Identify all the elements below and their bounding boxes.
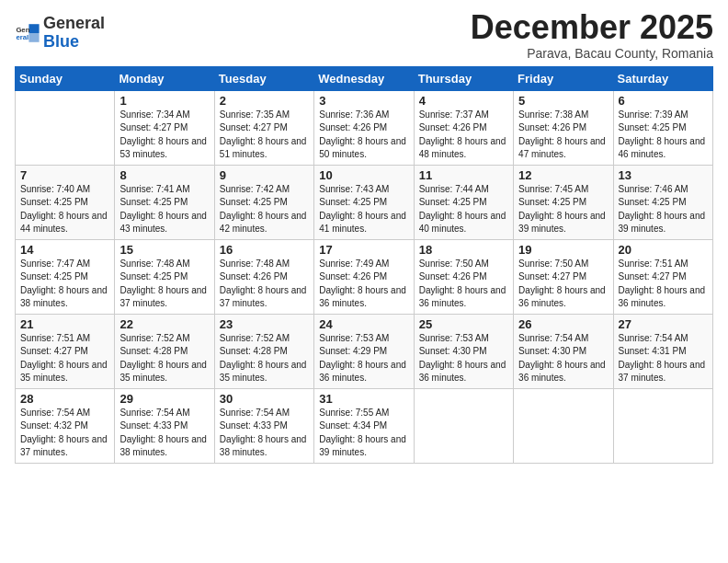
calendar-cell: 25Sunrise: 7:53 AMSunset: 4:30 PMDayligh… bbox=[414, 314, 513, 388]
day-number: 8 bbox=[119, 168, 209, 182]
logo-icon: Gen eral bbox=[15, 20, 40, 46]
weekday-header-sunday: Sunday bbox=[16, 66, 115, 90]
day-detail: Sunrise: 7:46 AMSunset: 4:25 PMDaylight:… bbox=[619, 183, 708, 236]
day-number: 2 bbox=[220, 94, 309, 108]
day-detail: Sunrise: 7:48 AMSunset: 4:25 PMDaylight:… bbox=[119, 258, 209, 311]
day-number: 7 bbox=[20, 168, 109, 182]
day-number: 14 bbox=[20, 243, 109, 257]
calendar-cell: 17Sunrise: 7:49 AMSunset: 4:26 PMDayligh… bbox=[314, 239, 414, 314]
calendar-cell: 28Sunrise: 7:54 AMSunset: 4:32 PMDayligh… bbox=[16, 388, 115, 463]
weekday-header-monday: Monday bbox=[115, 66, 214, 90]
calendar-cell: 2Sunrise: 7:35 AMSunset: 4:27 PMDaylight… bbox=[214, 90, 313, 165]
day-number: 4 bbox=[419, 94, 508, 108]
calendar-cell: 29Sunrise: 7:54 AMSunset: 4:33 PMDayligh… bbox=[115, 388, 214, 463]
calendar-cell bbox=[16, 90, 115, 165]
day-detail: Sunrise: 7:51 AMSunset: 4:27 PMDaylight:… bbox=[20, 332, 109, 385]
calendar-cell: 8Sunrise: 7:41 AMSunset: 4:25 PMDaylight… bbox=[115, 165, 214, 239]
day-detail: Sunrise: 7:43 AMSunset: 4:25 PMDaylight:… bbox=[319, 183, 408, 236]
svg-text:Gen: Gen bbox=[16, 25, 29, 33]
day-number: 26 bbox=[518, 317, 608, 331]
calendar-cell: 26Sunrise: 7:54 AMSunset: 4:30 PMDayligh… bbox=[514, 314, 613, 388]
day-detail: Sunrise: 7:51 AMSunset: 4:27 PMDaylight:… bbox=[619, 258, 708, 311]
weekday-header-row: SundayMondayTuesdayWednesdayThursdayFrid… bbox=[16, 66, 713, 90]
day-number: 30 bbox=[220, 392, 309, 406]
calendar-cell: 30Sunrise: 7:54 AMSunset: 4:33 PMDayligh… bbox=[214, 388, 313, 463]
day-detail: Sunrise: 7:53 AMSunset: 4:29 PMDaylight:… bbox=[319, 332, 408, 385]
day-detail: Sunrise: 7:54 AMSunset: 4:33 PMDaylight:… bbox=[119, 407, 209, 460]
calendar-cell: 10Sunrise: 7:43 AMSunset: 4:25 PMDayligh… bbox=[314, 165, 414, 239]
location-subtitle: Parava, Bacau County, Romania bbox=[471, 46, 713, 61]
day-detail: Sunrise: 7:52 AMSunset: 4:28 PMDaylight:… bbox=[119, 332, 209, 385]
day-number: 20 bbox=[619, 243, 708, 257]
day-detail: Sunrise: 7:42 AMSunset: 4:25 PMDaylight:… bbox=[220, 183, 309, 236]
calendar-cell: 18Sunrise: 7:50 AMSunset: 4:26 PMDayligh… bbox=[414, 239, 513, 314]
weekday-header-tuesday: Tuesday bbox=[214, 66, 313, 90]
calendar-cell: 20Sunrise: 7:51 AMSunset: 4:27 PMDayligh… bbox=[613, 239, 712, 314]
calendar-cell: 19Sunrise: 7:50 AMSunset: 4:27 PMDayligh… bbox=[514, 239, 613, 314]
calendar-cell: 27Sunrise: 7:54 AMSunset: 4:31 PMDayligh… bbox=[613, 314, 712, 388]
calendar-week-2: 7Sunrise: 7:40 AMSunset: 4:25 PMDaylight… bbox=[16, 165, 713, 239]
day-number: 5 bbox=[518, 94, 608, 108]
day-number: 24 bbox=[319, 317, 408, 331]
day-detail: Sunrise: 7:34 AMSunset: 4:27 PMDaylight:… bbox=[119, 109, 209, 162]
logo: Gen eral General Blue bbox=[15, 15, 105, 52]
calendar-cell: 13Sunrise: 7:46 AMSunset: 4:25 PMDayligh… bbox=[613, 165, 712, 239]
calendar-cell bbox=[414, 388, 513, 463]
day-number: 16 bbox=[220, 243, 309, 257]
calendar-cell: 21Sunrise: 7:51 AMSunset: 4:27 PMDayligh… bbox=[16, 314, 115, 388]
day-number: 15 bbox=[119, 243, 209, 257]
calendar-cell: 14Sunrise: 7:47 AMSunset: 4:25 PMDayligh… bbox=[16, 239, 115, 314]
day-detail: Sunrise: 7:39 AMSunset: 4:25 PMDaylight:… bbox=[619, 109, 708, 162]
svg-text:eral: eral bbox=[16, 33, 28, 41]
calendar-cell bbox=[514, 388, 613, 463]
day-detail: Sunrise: 7:52 AMSunset: 4:28 PMDaylight:… bbox=[220, 332, 309, 385]
weekday-header-thursday: Thursday bbox=[414, 66, 513, 90]
day-number: 25 bbox=[419, 317, 508, 331]
day-number: 13 bbox=[619, 168, 708, 182]
day-number: 23 bbox=[220, 317, 309, 331]
day-detail: Sunrise: 7:50 AMSunset: 4:27 PMDaylight:… bbox=[518, 258, 608, 311]
calendar-cell: 31Sunrise: 7:55 AMSunset: 4:34 PMDayligh… bbox=[314, 388, 414, 463]
day-detail: Sunrise: 7:49 AMSunset: 4:26 PMDaylight:… bbox=[319, 258, 408, 311]
day-detail: Sunrise: 7:50 AMSunset: 4:26 PMDaylight:… bbox=[419, 258, 508, 311]
calendar-week-1: 1Sunrise: 7:34 AMSunset: 4:27 PMDaylight… bbox=[16, 90, 713, 165]
day-number: 22 bbox=[119, 317, 209, 331]
day-detail: Sunrise: 7:54 AMSunset: 4:32 PMDaylight:… bbox=[20, 407, 109, 460]
day-detail: Sunrise: 7:37 AMSunset: 4:26 PMDaylight:… bbox=[419, 109, 508, 162]
calendar-cell: 6Sunrise: 7:39 AMSunset: 4:25 PMDaylight… bbox=[613, 90, 712, 165]
weekday-header-wednesday: Wednesday bbox=[314, 66, 414, 90]
day-number: 17 bbox=[319, 243, 408, 257]
calendar-cell bbox=[613, 388, 712, 463]
calendar-cell: 7Sunrise: 7:40 AMSunset: 4:25 PMDaylight… bbox=[16, 165, 115, 239]
title-block: December 2025 Parava, Bacau County, Roma… bbox=[471, 9, 713, 61]
calendar-cell: 5Sunrise: 7:38 AMSunset: 4:26 PMDaylight… bbox=[514, 90, 613, 165]
day-detail: Sunrise: 7:54 AMSunset: 4:33 PMDaylight:… bbox=[220, 407, 309, 460]
day-detail: Sunrise: 7:40 AMSunset: 4:25 PMDaylight:… bbox=[20, 183, 109, 236]
weekday-header-friday: Friday bbox=[514, 66, 613, 90]
calendar-cell: 3Sunrise: 7:36 AMSunset: 4:26 PMDaylight… bbox=[314, 90, 414, 165]
day-detail: Sunrise: 7:41 AMSunset: 4:25 PMDaylight:… bbox=[119, 183, 209, 236]
day-number: 1 bbox=[119, 94, 209, 108]
day-number: 11 bbox=[419, 168, 508, 182]
day-number: 28 bbox=[20, 392, 109, 406]
calendar-week-3: 14Sunrise: 7:47 AMSunset: 4:25 PMDayligh… bbox=[16, 239, 713, 314]
calendar-cell: 15Sunrise: 7:48 AMSunset: 4:25 PMDayligh… bbox=[115, 239, 214, 314]
day-detail: Sunrise: 7:55 AMSunset: 4:34 PMDaylight:… bbox=[319, 407, 408, 460]
day-number: 6 bbox=[619, 94, 708, 108]
day-detail: Sunrise: 7:36 AMSunset: 4:26 PMDaylight:… bbox=[319, 109, 408, 162]
calendar-cell: 1Sunrise: 7:34 AMSunset: 4:27 PMDaylight… bbox=[115, 90, 214, 165]
day-number: 12 bbox=[518, 168, 608, 182]
day-number: 27 bbox=[619, 317, 708, 331]
day-detail: Sunrise: 7:35 AMSunset: 4:27 PMDaylight:… bbox=[220, 109, 309, 162]
svg-marker-1 bbox=[28, 33, 39, 42]
weekday-header-saturday: Saturday bbox=[613, 66, 712, 90]
day-detail: Sunrise: 7:54 AMSunset: 4:31 PMDaylight:… bbox=[619, 332, 708, 385]
day-detail: Sunrise: 7:45 AMSunset: 4:25 PMDaylight:… bbox=[518, 183, 608, 236]
day-number: 29 bbox=[119, 392, 209, 406]
day-number: 31 bbox=[319, 392, 408, 406]
calendar-cell: 4Sunrise: 7:37 AMSunset: 4:26 PMDaylight… bbox=[414, 90, 513, 165]
calendar-cell: 11Sunrise: 7:44 AMSunset: 4:25 PMDayligh… bbox=[414, 165, 513, 239]
calendar-cell: 23Sunrise: 7:52 AMSunset: 4:28 PMDayligh… bbox=[214, 314, 313, 388]
day-number: 10 bbox=[319, 168, 408, 182]
calendar-cell: 22Sunrise: 7:52 AMSunset: 4:28 PMDayligh… bbox=[115, 314, 214, 388]
